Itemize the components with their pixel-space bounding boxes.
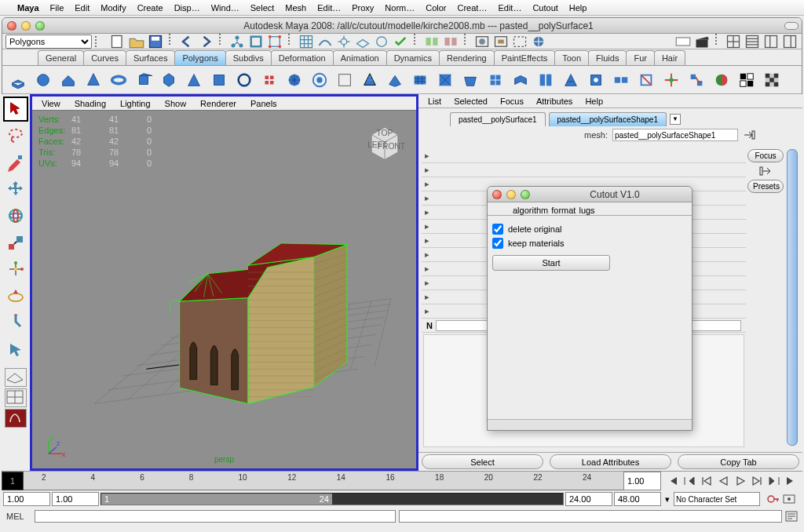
save-scene-icon[interactable]: [148, 34, 163, 49]
step-back-key-icon[interactable]: [684, 476, 695, 486]
shelf-poly-icon-5[interactable]: [133, 69, 155, 91]
key-icon[interactable]: [767, 494, 780, 505]
close-button[interactable]: [7, 21, 16, 31]
focus-button[interactable]: Focus: [747, 149, 784, 162]
minimize-button[interactable]: [21, 21, 31, 31]
input-field-icon[interactable]: [675, 34, 691, 49]
tool-settings-icon[interactable]: [763, 34, 779, 49]
attr-menu-help[interactable]: Help: [585, 97, 603, 106]
range-start-inner[interactable]: [52, 492, 99, 506]
goto-start-icon[interactable]: [667, 476, 678, 486]
new-scene-icon[interactable]: [110, 34, 126, 49]
history-icon[interactable]: [424, 34, 440, 49]
lasso-tool[interactable]: [3, 123, 28, 148]
last-tool[interactable]: [3, 337, 28, 362]
menu-editmesh[interactable]: Edit…: [317, 3, 341, 13]
four-view-icon[interactable]: [5, 388, 27, 407]
app-menu[interactable]: Maya: [17, 3, 39, 13]
shelf-tab-polygons[interactable]: Polygons: [174, 50, 225, 65]
start-button[interactable]: Start: [492, 255, 610, 271]
maya-logo-icon[interactable]: [5, 409, 27, 428]
presets-button[interactable]: Presets: [747, 180, 784, 193]
select-button[interactable]: Select: [422, 454, 543, 469]
range-dropdown[interactable]: ▾: [663, 494, 672, 505]
select-component-icon[interactable]: [267, 34, 283, 49]
time-ruler-track[interactable]: 24681012141618202224: [24, 472, 623, 490]
shelf-poly-icon-3[interactable]: [82, 69, 104, 91]
focus-in-icon[interactable]: [743, 129, 755, 140]
soft-mod-tool[interactable]: [3, 283, 28, 308]
attr-editor-icon[interactable]: [744, 34, 760, 49]
module-selector[interactable]: Polygons: [5, 35, 92, 49]
attr-tab-shape[interactable]: pasted__polySurfaceShape1: [549, 112, 667, 126]
select-hierarchy-icon[interactable]: [229, 34, 245, 49]
step-fwd-key-icon[interactable]: [769, 476, 780, 486]
mesh-name-field[interactable]: [612, 129, 738, 141]
shelf-tab-hair[interactable]: Hair: [654, 50, 685, 65]
range-slider[interactable]: 124: [100, 493, 564, 505]
shelf-poly-icon-4[interactable]: [108, 69, 130, 91]
snap-plane-icon[interactable]: [355, 34, 371, 49]
vp-menu-renderer[interactable]: Renderer: [200, 99, 236, 108]
shelf-poly-icon-11[interactable]: [283, 69, 305, 91]
dlg-close-button[interactable]: [492, 190, 502, 199]
attr-menu-selected[interactable]: Selected: [454, 97, 488, 106]
move-tool[interactable]: [3, 177, 28, 202]
render-icon[interactable]: [474, 34, 490, 49]
menu-createuv[interactable]: Creat…: [458, 3, 488, 13]
step-back-icon[interactable]: [701, 476, 712, 486]
shelf-tab-fluids[interactable]: Fluids: [588, 50, 627, 65]
shelf-tab-animation[interactable]: Animation: [333, 50, 387, 65]
menu-proxy[interactable]: Proxy: [352, 3, 374, 13]
shelf-poly-icon-18[interactable]: [459, 69, 481, 91]
menu-help[interactable]: Help: [569, 3, 587, 13]
vp-menu-shading[interactable]: Shading: [75, 99, 106, 108]
shelf-poly-icon-16[interactable]: [409, 69, 431, 91]
open-scene-icon[interactable]: [129, 34, 144, 49]
manipulator-tool[interactable]: [3, 257, 28, 282]
shelf-poly-icon-17[interactable]: [434, 69, 456, 91]
opt-keep-materials[interactable]: keep materials: [492, 236, 687, 250]
range-start-outer[interactable]: [3, 492, 50, 506]
shelf-poly-icon-6[interactable]: [158, 69, 180, 91]
shelf-tab-subdivs[interactable]: Subdivs: [225, 50, 272, 65]
step-fwd-icon[interactable]: [751, 476, 762, 486]
shelf-poly-icon-26[interactable]: [660, 69, 682, 91]
menu-window[interactable]: Wind…: [211, 3, 239, 13]
shelf-poly-icon-12[interactable]: [309, 69, 331, 91]
shelf-poly-icon-10[interactable]: [258, 69, 280, 91]
show-manip-tool[interactable]: [3, 310, 28, 335]
play-icon[interactable]: [735, 476, 746, 486]
tab-format[interactable]: format: [551, 206, 576, 215]
shelf-tab-painteffects[interactable]: PaintEffects: [494, 50, 556, 65]
attr-menu-list[interactable]: List: [428, 97, 441, 106]
shelf-poly-icon-22[interactable]: [560, 69, 582, 91]
range-thumb[interactable]: 124: [101, 494, 332, 505]
shelf-poly-icon-14[interactable]: [359, 69, 381, 91]
viewcube[interactable]: TOP LEFT FRONT: [363, 120, 407, 164]
shelf-poly-icon-13[interactable]: [334, 69, 356, 91]
tab-algorithm[interactable]: algorithm: [513, 206, 548, 215]
shelf-poly-icon-1[interactable]: [32, 69, 54, 91]
dlg-zoom-button[interactable]: [521, 190, 530, 199]
focus-out-icon[interactable]: [759, 166, 772, 177]
titlebar[interactable]: Autodesk Maya 2008: /all/c/cutout/modell…: [2, 18, 802, 34]
shelf-poly-icon-28[interactable]: [711, 69, 733, 91]
shelf-poly-icon-7[interactable]: [183, 69, 205, 91]
copy-tab-button[interactable]: Copy Tab: [678, 454, 799, 469]
shelf-poly-icon-29[interactable]: [736, 69, 758, 91]
menu-normals[interactable]: Norm…: [385, 3, 415, 13]
shelf-poly-icon-24[interactable]: [610, 69, 632, 91]
menu-file[interactable]: File: [50, 3, 64, 13]
zoom-button[interactable]: [35, 21, 45, 31]
shelf-tab-curves[interactable]: Curves: [83, 50, 126, 65]
shelf-tab-dynamics[interactable]: Dynamics: [386, 50, 440, 65]
render-region-icon[interactable]: [512, 34, 528, 49]
current-frame-field[interactable]: 1.00: [623, 472, 661, 490]
shelf-tab-deformation[interactable]: Deformation: [271, 50, 334, 65]
shelf-tab-rendering[interactable]: Rendering: [439, 50, 495, 65]
dialog-titlebar[interactable]: Cutout V1.0: [488, 187, 692, 202]
redo-icon[interactable]: [198, 34, 214, 49]
viewport-canvas[interactable]: Verts:41410 Edges:81810 Faces:42420 Tris…: [32, 111, 416, 468]
make-live-icon[interactable]: [393, 34, 408, 49]
